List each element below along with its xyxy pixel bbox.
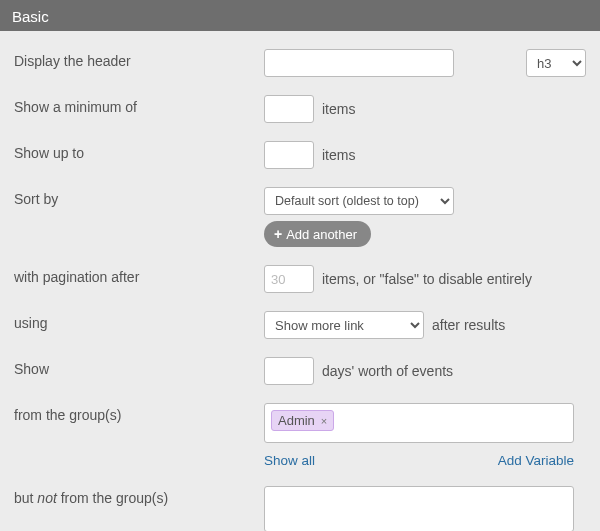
basic-panel: Basic Display the header h3 Show a minim… — [0, 0, 600, 531]
group-token-label: Admin — [278, 413, 315, 428]
label-max: Show up to — [14, 141, 264, 161]
min-items-input[interactable] — [264, 95, 314, 123]
sort-select[interactable]: Default sort (oldest to top) — [264, 187, 454, 215]
controls-groups: Admin × Show all Add Variable — [264, 403, 586, 468]
label-days: Show — [14, 357, 264, 377]
row-exclude-groups: but not from the group(s) Show all Add V… — [14, 486, 586, 531]
days-suffix: days' worth of events — [322, 363, 453, 379]
controls-header: h3 — [264, 49, 586, 77]
panel-body: Display the header h3 Show a minimum of … — [0, 31, 600, 531]
row-pagination: with pagination after items, or "false" … — [14, 265, 586, 293]
label-using: using — [14, 311, 264, 331]
max-items-input[interactable] — [264, 141, 314, 169]
groups-links: Show all Add Variable — [264, 453, 574, 468]
max-suffix: items — [322, 147, 355, 163]
exclude-groups-tokenbox[interactable] — [264, 486, 574, 531]
heading-level-select[interactable]: h3 — [526, 49, 586, 77]
group-token[interactable]: Admin × — [271, 410, 334, 431]
row-sort: Sort by Default sort (oldest to top) + A… — [14, 187, 586, 247]
min-suffix: items — [322, 101, 355, 117]
add-another-button[interactable]: + Add another — [264, 221, 371, 247]
row-min: Show a minimum of items — [14, 95, 586, 123]
controls-exclude-groups: Show all Add Variable — [264, 486, 586, 531]
groups-tokenbox[interactable]: Admin × — [264, 403, 574, 443]
label-groups: from the group(s) — [14, 403, 264, 423]
plus-icon: + — [274, 227, 282, 241]
label-header: Display the header — [14, 49, 264, 69]
controls-pagination: items, or "false" to disable entirely — [264, 265, 586, 293]
row-days: Show days' worth of events — [14, 357, 586, 385]
header-input[interactable] — [264, 49, 454, 77]
pagination-suffix: items, or "false" to disable entirely — [322, 271, 532, 287]
label-sort: Sort by — [14, 187, 264, 207]
days-input[interactable] — [264, 357, 314, 385]
controls-max: items — [264, 141, 586, 169]
add-another-label: Add another — [286, 227, 357, 242]
row-using: using Show more link after results — [14, 311, 586, 339]
label-min: Show a minimum of — [14, 95, 264, 115]
row-max: Show up to items — [14, 141, 586, 169]
label-exclude-groups: but not from the group(s) — [14, 486, 264, 506]
groups-show-all-link[interactable]: Show all — [264, 453, 315, 468]
controls-sort: Default sort (oldest to top) + Add anoth… — [264, 187, 586, 247]
controls-using: Show more link after results — [264, 311, 586, 339]
panel-title: Basic — [0, 2, 600, 31]
controls-min: items — [264, 95, 586, 123]
groups-add-variable-link[interactable]: Add Variable — [498, 453, 574, 468]
using-suffix: after results — [432, 317, 505, 333]
close-icon[interactable]: × — [321, 415, 327, 427]
controls-days: days' worth of events — [264, 357, 586, 385]
row-groups: from the group(s) Admin × Show all Add V… — [14, 403, 586, 468]
pagination-input[interactable] — [264, 265, 314, 293]
label-pagination: with pagination after — [14, 265, 264, 285]
row-header: Display the header h3 — [14, 49, 586, 77]
pager-select[interactable]: Show more link — [264, 311, 424, 339]
